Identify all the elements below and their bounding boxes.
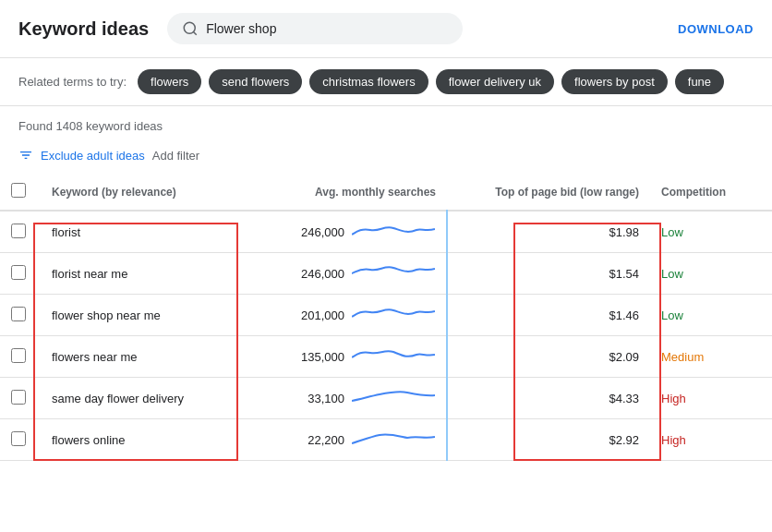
row-checkbox[interactable] <box>11 390 26 405</box>
row-checkbox[interactable] <box>11 348 26 363</box>
table-row: flowers online22,200$2.92High <box>0 419 772 461</box>
table-row: same day flower delivery33,100$4.33High <box>0 378 772 419</box>
search-count: 33,100 <box>308 392 344 405</box>
table-row: flower shop near me201,000$1.46Low <box>0 295 772 336</box>
row-checkbox[interactable] <box>11 224 26 238</box>
tag-flowers[interactable]: flowers <box>138 69 201 94</box>
row-keyword: flowers online <box>41 419 264 461</box>
row-searches: 135,000 <box>264 336 447 378</box>
keyword-table: Keyword (by relevance) Avg. monthly sear… <box>0 174 772 461</box>
filter-icon <box>18 148 33 163</box>
col-header-searches: Avg. monthly searches <box>264 174 447 211</box>
header: Keyword ideas DOWNLOAD <box>0 0 772 58</box>
table-row: flowers near me135,000$2.09Medium <box>0 336 772 378</box>
search-icon <box>182 20 199 37</box>
tag-flowers-by-post[interactable]: flowers by post <box>561 69 668 94</box>
sparkline-chart <box>352 387 435 409</box>
sparkline-chart <box>352 345 435 368</box>
table-row: florist246,000$1.98Low <box>0 211 772 253</box>
row-competition: High <box>650 378 772 419</box>
row-keyword: florist <box>41 211 264 253</box>
col-header-checkbox <box>0 174 41 211</box>
row-searches: 22,200 <box>264 419 447 461</box>
tag-christmas-flowers[interactable]: christmas flowers <box>309 69 428 94</box>
keyword-table-container: Keyword (by relevance) Avg. monthly sear… <box>0 174 772 461</box>
row-checkbox-cell <box>0 253 41 295</box>
row-checkbox-cell <box>0 295 41 336</box>
row-bid: $1.46 <box>447 295 650 336</box>
select-all-checkbox[interactable] <box>11 183 26 198</box>
col-header-bid: Top of page bid (low range) <box>447 174 650 211</box>
sparkline-chart <box>352 221 435 243</box>
search-count: 135,000 <box>301 350 344 364</box>
svg-line-1 <box>194 31 197 34</box>
row-checkbox[interactable] <box>11 307 26 321</box>
search-count: 246,000 <box>301 267 344 281</box>
tag-fune[interactable]: fune <box>675 69 724 94</box>
col-header-competition: Competition <box>650 174 772 211</box>
row-keyword: flower shop near me <box>41 295 264 336</box>
row-keyword: same day flower delivery <box>41 378 264 419</box>
row-competition: Low <box>650 295 772 336</box>
search-input[interactable] <box>206 21 448 36</box>
row-checkbox-cell <box>0 419 41 461</box>
table-row: florist near me246,000$1.54Low <box>0 253 772 295</box>
row-searches: 246,000 <box>264 253 447 295</box>
row-checkbox[interactable] <box>11 431 26 446</box>
filter-row: Exclude adult ideas Add filter <box>0 140 772 174</box>
row-competition: Medium <box>650 336 772 378</box>
row-bid: $2.09 <box>447 336 650 378</box>
table-header-row: Keyword (by relevance) Avg. monthly sear… <box>0 174 772 211</box>
row-checkbox-cell <box>0 378 41 419</box>
search-container <box>167 13 463 44</box>
tag-send-flowers[interactable]: send flowers <box>209 69 302 94</box>
row-searches: 246,000 <box>264 211 447 253</box>
found-count: Found 1408 keyword ideas <box>0 106 772 140</box>
row-competition: High <box>650 419 772 461</box>
row-bid: $1.54 <box>447 253 650 295</box>
add-filter-button[interactable]: Add filter <box>152 149 199 163</box>
row-searches: 33,100 <box>264 378 447 419</box>
page-title: Keyword ideas <box>18 18 149 40</box>
row-searches: 201,000 <box>264 295 447 336</box>
sparkline-chart <box>352 429 435 451</box>
col-header-keyword[interactable]: Keyword (by relevance) <box>41 174 264 211</box>
search-count: 201,000 <box>301 308 344 322</box>
row-bid: $2.92 <box>447 419 650 461</box>
svg-point-0 <box>184 22 195 33</box>
download-button[interactable]: DOWNLOAD <box>678 22 754 36</box>
related-terms-label: Related terms to try: <box>18 75 127 89</box>
search-count: 246,000 <box>301 225 344 239</box>
row-keyword: flowers near me <box>41 336 264 378</box>
sparkline-chart <box>352 262 435 284</box>
row-competition: Low <box>650 253 772 295</box>
related-terms-bar: Related terms to try: flowers send flowe… <box>0 58 772 106</box>
exclude-adult-link[interactable]: Exclude adult ideas <box>41 149 145 163</box>
row-bid: $1.98 <box>447 211 650 253</box>
search-count: 22,200 <box>308 433 344 447</box>
row-checkbox-cell <box>0 211 41 253</box>
tag-flower-delivery-uk[interactable]: flower delivery uk <box>436 69 554 94</box>
row-checkbox[interactable] <box>11 265 26 280</box>
row-competition: Low <box>650 211 772 253</box>
sparkline-chart <box>352 304 435 326</box>
row-bid: $4.33 <box>447 378 650 419</box>
row-checkbox-cell <box>0 336 41 378</box>
row-keyword: florist near me <box>41 253 264 295</box>
